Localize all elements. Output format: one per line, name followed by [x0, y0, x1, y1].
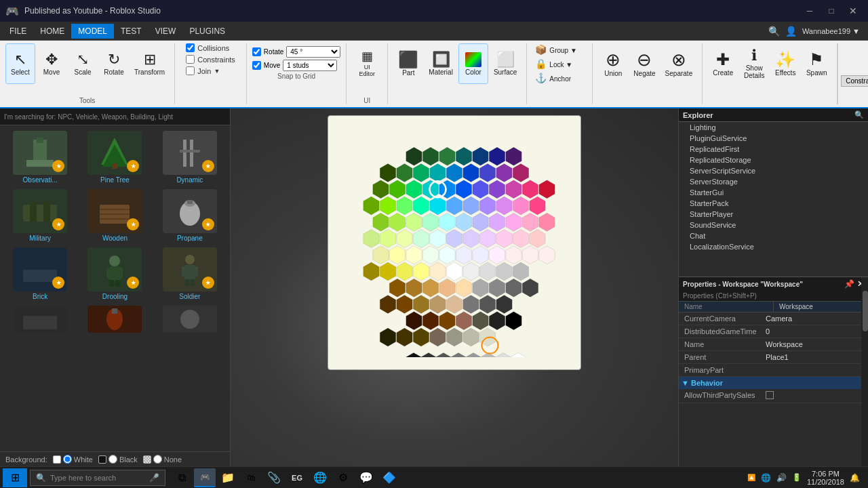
rotate-snap-select[interactable]: 45 °1 °5 °15 °90 ° — [286, 46, 340, 58]
ribbon-group-tools: ↖ Select ✥ Move ⤡ Scale ↻ Rotate ⊞ Trans… — [0, 43, 175, 104]
explorer-item[interactable]: StarterPack — [679, 198, 868, 209]
list-item[interactable]: ★ Pine Tree — [80, 131, 149, 184]
move-snap-checkbox[interactable] — [252, 61, 261, 70]
taskbar-store[interactable]: 🛍 — [240, 468, 262, 487]
viewport[interactable] — [231, 108, 678, 466]
list-item[interactable]: ★ Soldier — [155, 247, 224, 300]
show-details-button[interactable]: ℹ ShowDetails — [739, 43, 769, 84]
move-snap-select[interactable]: 1 studs0.010.10.55 — [283, 60, 337, 71]
select-button[interactable]: ↖ Select — [5, 43, 35, 84]
explorer-item[interactable]: ServerScriptService — [679, 165, 868, 176]
taskbar: ⊞ 🔍 Type here to search 🎤 ⧉ 🎮 📁 🛍 📎 EG 🌐… — [0, 466, 868, 488]
material-button[interactable]: 🔲 Material — [425, 43, 457, 84]
menu-home[interactable]: HOME — [33, 24, 71, 39]
move-button[interactable]: ✥ Move — [37, 43, 66, 84]
allow-third-party-checkbox[interactable] — [766, 391, 774, 399]
list-item[interactable]: ★ Observati... — [5, 131, 75, 184]
svg-rect-32 — [191, 279, 195, 286]
transform-button[interactable]: ⊞ Transform — [130, 43, 169, 84]
menu-view[interactable]: VIEW — [149, 24, 183, 39]
scale-button[interactable]: ⤡ Scale — [68, 43, 98, 84]
taskbar-settings[interactable]: ⚙ — [332, 468, 354, 487]
ui-editor-button[interactable]: ▦ UIEditor — [352, 43, 382, 84]
taskbar-search[interactable]: 🔍 Type here to search 🎤 — [30, 470, 165, 486]
taskbar-datetime[interactable]: 7:06 PM 11/20/2018 — [807, 470, 844, 486]
list-item[interactable] — [155, 306, 224, 334]
list-item[interactable]: ★ Wooden — [80, 189, 149, 242]
menu-model[interactable]: MODEL — [71, 24, 114, 39]
list-item[interactable]: ★ Dynamic — [155, 131, 224, 184]
explorer-item[interactable]: Lighting — [679, 122, 868, 133]
taskbar-volume-icon[interactable]: 🔊 — [776, 473, 787, 483]
lock-button[interactable]: 🔒 Lock ▼ — [532, 58, 587, 71]
asset-thumb: ★ — [163, 131, 217, 175]
explorer-item[interactable]: ServerStorage — [679, 176, 868, 187]
bg-none-label: None — [164, 455, 182, 464]
list-item[interactable]: ★ Drooling — [80, 247, 149, 300]
minimize-button[interactable]: ─ — [800, 4, 819, 18]
explorer-item[interactable]: PluginGuiService — [679, 133, 868, 144]
taskbar-up-arrow[interactable]: 🔼 — [747, 474, 755, 481]
prop-row: CurrentCamera Camera — [679, 312, 868, 325]
bg-white-radio[interactable] — [63, 455, 72, 464]
bg-none-option[interactable]: None — [143, 455, 182, 464]
explorer-item[interactable]: ReplicatedStorage — [679, 155, 868, 165]
taskbar-mail[interactable]: 📎 — [263, 468, 285, 487]
constraints-tab[interactable]: Constraints — [841, 75, 868, 87]
menu-plugins[interactable]: PLUGINS — [182, 24, 232, 39]
union-button[interactable]: ⊕ Union — [598, 43, 628, 84]
close-button[interactable]: ✕ — [844, 4, 863, 18]
rotate-snap-checkbox[interactable] — [252, 47, 261, 56]
taskbar-discord[interactable]: 💬 — [355, 468, 377, 487]
surface-button[interactable]: ⬜ Surface — [490, 43, 521, 84]
start-button[interactable]: ⊞ — [3, 468, 27, 487]
bg-black-option[interactable]: Black — [98, 455, 138, 464]
explorer-item[interactable]: ReplicatedFirst — [679, 144, 868, 155]
create-button[interactable]: ✚ Create — [708, 43, 738, 84]
join-checkbox[interactable] — [186, 66, 195, 75]
part-button[interactable]: ⬛ Part — [393, 43, 423, 84]
join-dropdown[interactable]: ▼ — [214, 68, 220, 75]
taskbar-edge[interactable]: 🌐 — [309, 468, 331, 487]
menu-file[interactable]: FILE — [3, 24, 33, 39]
scrollbar-thumb[interactable] — [863, 291, 868, 331]
color-picker[interactable] — [328, 115, 581, 370]
taskbar-file-explorer[interactable]: 📁 — [217, 468, 239, 487]
spawn-button[interactable]: ⚑ Spawn — [802, 43, 831, 84]
asset-thumb — [13, 306, 67, 333]
taskbar-network-icon[interactable]: 🌐 — [761, 473, 771, 483]
explorer-item[interactable]: LocalizationService — [679, 241, 868, 252]
maximize-button[interactable]: □ — [822, 4, 841, 18]
taskbar-epic-games[interactable]: EG — [286, 468, 308, 487]
constraints-checkbox[interactable] — [186, 55, 195, 64]
negate-button[interactable]: ⊖ Negate — [629, 43, 659, 84]
separate-button[interactable]: ⊗ Separate — [661, 43, 697, 84]
explorer-item[interactable]: StarterPlayer — [679, 209, 868, 220]
bg-white-option[interactable]: White — [53, 455, 93, 464]
effects-button[interactable]: ✨ Effects — [770, 43, 800, 84]
properties-pin-icon[interactable]: 📌 — [844, 279, 854, 289]
list-item[interactable]: ★ Military — [5, 189, 75, 242]
taskbar-notification-icon[interactable]: 🔔 — [850, 473, 860, 483]
list-item[interactable] — [5, 306, 75, 334]
explorer-search-icon[interactable]: 🔍 — [854, 110, 864, 119]
search-text: I'm searching for: NPC, Vehicle, Weapon,… — [4, 113, 173, 121]
taskbar-roblox-studio[interactable]: 🎮 — [194, 468, 216, 487]
bg-none-radio[interactable] — [153, 455, 162, 464]
group-button[interactable]: 📦 Group ▼ — [532, 43, 587, 57]
taskbar-app10[interactable]: 🔷 — [378, 468, 400, 487]
bg-black-radio[interactable] — [108, 455, 117, 464]
color-button[interactable]: Color — [458, 43, 488, 84]
anchor-button[interactable]: ⚓ Anchor — [532, 72, 587, 85]
taskbar-task-view[interactable]: ⧉ — [171, 468, 193, 487]
transform-label: Transform — [134, 68, 165, 76]
list-item[interactable]: ★ Propane — [155, 189, 224, 242]
list-item[interactable]: ★ Brick — [5, 247, 75, 300]
explorer-item[interactable]: SoundService — [679, 220, 868, 230]
explorer-item[interactable]: Chat — [679, 230, 868, 241]
explorer-item[interactable]: StarterGui — [679, 187, 868, 198]
rotate-button[interactable]: ↻ Rotate — [99, 43, 129, 84]
list-item[interactable] — [80, 306, 149, 334]
menu-test[interactable]: TEST — [114, 24, 149, 39]
collisions-checkbox[interactable] — [186, 43, 195, 52]
